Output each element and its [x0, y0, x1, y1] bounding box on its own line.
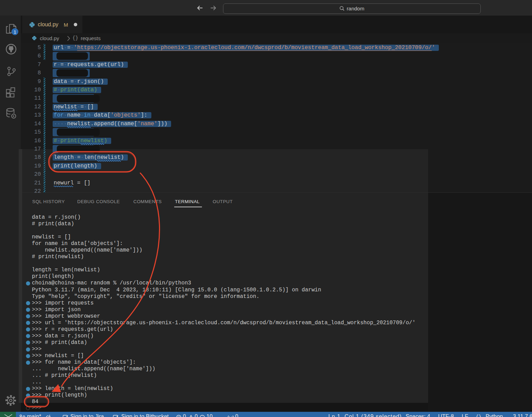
- svg-text:1: 1: [14, 29, 16, 35]
